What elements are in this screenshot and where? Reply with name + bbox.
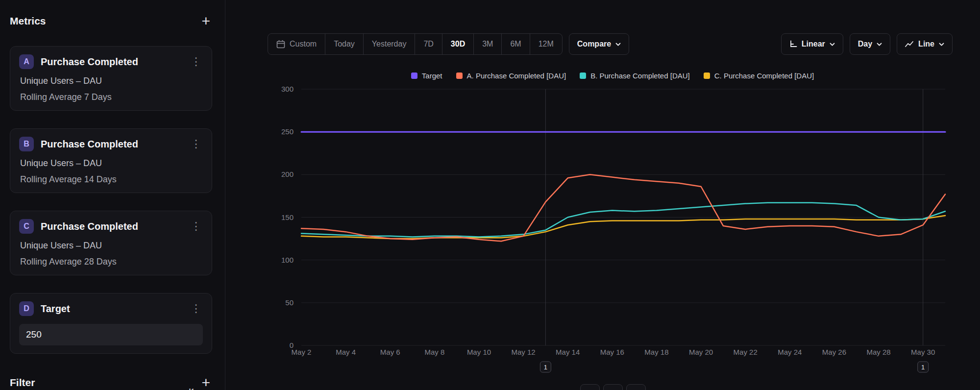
series-badge-b: B — [19, 137, 34, 151]
svg-text:May 16: May 16 — [600, 348, 624, 356]
target-title[interactable]: Target — [41, 303, 182, 315]
legend-label: C. Purchase Completed [DAU] — [714, 72, 814, 80]
kebab-menu-icon[interactable]: ⋮ — [189, 139, 203, 149]
metric-card-a[interactable]: A Purchase Completed ⋮ Unique Users – DA… — [10, 46, 212, 111]
svg-text:1: 1 — [544, 364, 547, 371]
metrics-line-chart[interactable]: 050100150200250300May 2May 4May 6May 8Ma… — [265, 82, 960, 376]
metric-title[interactable]: Purchase Completed — [41, 221, 182, 232]
kebab-menu-icon[interactable]: ⋮ — [189, 56, 203, 67]
target-value-input[interactable] — [19, 324, 203, 345]
legend-item[interactable]: Target — [411, 72, 442, 80]
metric-transform[interactable]: Rolling Average 14 Days — [20, 174, 203, 185]
metric-measure[interactable]: Unique Users – DAU — [20, 158, 203, 169]
compare-label: Compare — [577, 40, 611, 49]
granularity-label: Day — [858, 40, 872, 49]
metric-transform[interactable]: Rolling Average 7 Days — [20, 92, 203, 102]
series-badge-c: C — [19, 219, 34, 234]
range-tab-label: Yesterday — [372, 40, 407, 49]
date-range-segmented-control: Custom Today Yesterday 7D 30D 3M 6M 12M — [268, 33, 563, 55]
legend-swatch — [411, 73, 417, 79]
legend-label: A. Purchase Completed [DAU] — [467, 72, 566, 80]
metric-title[interactable]: Purchase Completed — [41, 139, 182, 150]
chart-type-line-button[interactable]: Line — [897, 33, 953, 55]
scale-label: Linear — [802, 40, 825, 49]
line-chart-icon — [905, 41, 914, 48]
svg-text:50: 50 — [285, 298, 294, 307]
range-tab-30d[interactable]: 30D — [442, 34, 473, 54]
svg-text:250: 250 — [281, 127, 294, 136]
app-root: Metrics + A Purchase Completed ⋮ Unique … — [0, 0, 980, 390]
range-tab-custom[interactable]: Custom — [268, 34, 325, 54]
svg-text:May 30: May 30 — [911, 348, 935, 356]
range-tab-label: 6M — [510, 40, 521, 49]
chart-options-cluster: Linear Day Line — [781, 33, 953, 55]
axis-scale-icon — [789, 40, 797, 48]
svg-text:May 4: May 4 — [336, 348, 356, 356]
range-tab-label: Today — [334, 40, 355, 49]
legend-item[interactable]: A. Purchase Completed [DAU] — [456, 72, 566, 80]
chart-type-label: Line — [918, 40, 934, 49]
series-badge-d: D — [19, 301, 34, 316]
range-tab-3m[interactable]: 3M — [473, 34, 501, 54]
legend-swatch — [580, 73, 586, 79]
range-tab-6m[interactable]: 6M — [501, 34, 529, 54]
chevron-down-icon — [877, 43, 882, 46]
metric-measure[interactable]: Unique Users – DAU — [20, 241, 203, 251]
calendar-icon — [276, 40, 285, 49]
legend-label: B. Purchase Completed [DAU] — [590, 72, 690, 80]
metric-measure[interactable]: Unique Users – DAU — [20, 76, 203, 86]
legend-item[interactable]: B. Purchase Completed [DAU] — [580, 72, 690, 80]
chevron-down-icon — [615, 43, 621, 46]
add-metric-button[interactable]: + — [199, 14, 212, 28]
metric-card-c[interactable]: C Purchase Completed ⋮ Unique Users – DA… — [10, 211, 212, 275]
metric-card-header: B Purchase Completed ⋮ — [19, 137, 203, 151]
compare-button[interactable]: Compare — [569, 33, 629, 55]
series-line-a[interactable] — [301, 174, 945, 241]
filter-heading: Filter — [10, 377, 35, 389]
svg-text:May 20: May 20 — [689, 348, 713, 356]
metrics-heading: Metrics — [10, 15, 46, 27]
svg-text:300: 300 — [281, 85, 294, 93]
metric-card-b[interactable]: B Purchase Completed ⋮ Unique Users – DA… — [10, 128, 212, 193]
svg-text:150: 150 — [281, 213, 294, 221]
chart-toggle-button-2[interactable] — [603, 384, 623, 390]
range-tab-today[interactable]: Today — [325, 34, 363, 54]
metric-card-header: A Purchase Completed ⋮ — [19, 54, 203, 69]
svg-text:May 2: May 2 — [292, 348, 312, 356]
svg-text:1: 1 — [921, 364, 925, 371]
range-tab-12m[interactable]: 12M — [530, 34, 562, 54]
range-tab-label: 30D — [451, 40, 465, 49]
series-line-c[interactable] — [301, 216, 945, 239]
legend-item[interactable]: C. Purchase Completed [DAU] — [704, 72, 814, 80]
sidebar: Metrics + A Purchase Completed ⋮ Unique … — [0, 0, 225, 390]
svg-text:May 26: May 26 — [822, 348, 846, 356]
range-tab-label: 7D — [423, 40, 433, 49]
range-tab-7d[interactable]: 7D — [415, 34, 441, 54]
bottom-chart-toggle-group — [580, 384, 646, 390]
chevron-down-icon — [939, 43, 944, 46]
range-tab-label: 3M — [482, 40, 493, 49]
target-card[interactable]: D Target ⋮ — [10, 293, 212, 354]
granularity-day-button[interactable]: Day — [850, 33, 890, 55]
range-tab-label: 12M — [539, 40, 554, 49]
svg-text:May 22: May 22 — [734, 348, 758, 356]
metric-transform[interactable]: Rolling Average 28 Days — [20, 257, 203, 267]
svg-text:May 24: May 24 — [778, 348, 802, 356]
metric-title[interactable]: Purchase Completed — [41, 56, 182, 68]
kebab-menu-icon[interactable]: ⋮ — [189, 221, 203, 232]
svg-text:May 10: May 10 — [467, 348, 491, 356]
svg-text:May 18: May 18 — [644, 348, 668, 356]
metrics-header-row: Metrics + — [10, 14, 212, 28]
chart-legend: TargetA. Purchase Completed [DAU]B. Purc… — [265, 72, 960, 80]
chart-toggle-button-1[interactable] — [580, 384, 600, 390]
range-tab-label: Custom — [290, 40, 317, 49]
collapse-sidebar-icon[interactable]: ⇤ — [186, 383, 202, 390]
chart-toggle-button-3[interactable] — [626, 384, 646, 390]
svg-text:May 6: May 6 — [380, 348, 400, 356]
svg-text:200: 200 — [281, 170, 294, 178]
filter-header-row: Filter + — [10, 375, 212, 390]
range-tab-yesterday[interactable]: Yesterday — [363, 34, 415, 54]
chart-toolbar: Custom Today Yesterday 7D 30D 3M 6M 12M … — [268, 33, 953, 55]
scale-linear-button[interactable]: Linear — [781, 33, 843, 55]
kebab-menu-icon[interactable]: ⋮ — [189, 303, 203, 314]
